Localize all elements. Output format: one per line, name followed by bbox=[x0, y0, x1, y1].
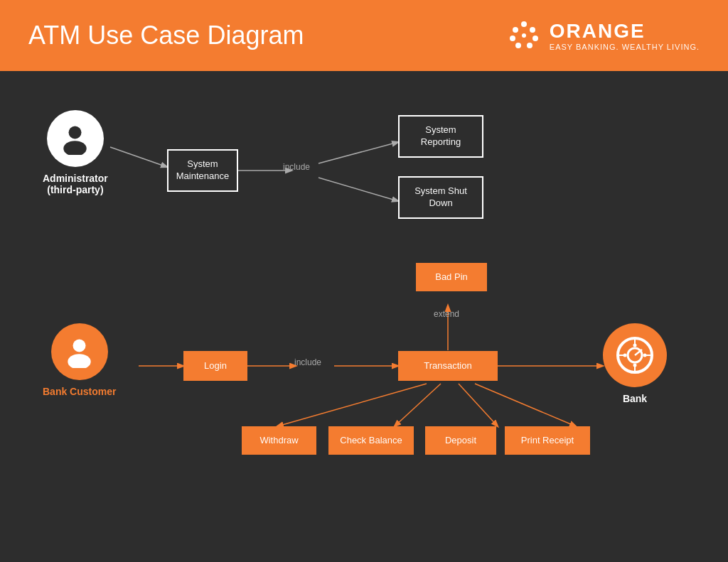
administrator-actor: Administrator (third-party) bbox=[43, 110, 108, 195]
svg-point-35 bbox=[633, 364, 637, 367]
svg-point-3 bbox=[513, 27, 518, 33]
logo-icon bbox=[507, 18, 541, 53]
system-reporting-box: System Reporting bbox=[398, 115, 483, 158]
administrator-icon bbox=[59, 123, 91, 155]
bank-label: Bank bbox=[623, 393, 647, 404]
svg-point-7 bbox=[522, 33, 526, 38]
svg-point-33 bbox=[643, 354, 647, 357]
svg-point-5 bbox=[515, 43, 521, 48]
extend-label: extend bbox=[434, 309, 459, 319]
logo-tagline: EASY BANKING. WEALTHY LIVING. bbox=[550, 43, 700, 51]
svg-point-2 bbox=[532, 36, 538, 41]
administrator-circle bbox=[47, 110, 104, 167]
svg-point-24 bbox=[68, 354, 91, 368]
login-box: Login bbox=[183, 351, 247, 381]
administrator-label: Administrator (third-party) bbox=[43, 173, 108, 195]
logo-area: ORANGE EASY BANKING. WEALTHY LIVING. bbox=[507, 18, 700, 53]
svg-line-8 bbox=[110, 147, 167, 167]
svg-point-32 bbox=[623, 354, 627, 357]
svg-point-4 bbox=[510, 36, 515, 41]
check-balance-box: Check Balance bbox=[328, 426, 414, 455]
system-shut-down-box: System Shut Down bbox=[398, 176, 483, 219]
deposit-box: Deposit bbox=[425, 426, 496, 455]
withdraw-box: Withdraw bbox=[242, 426, 316, 455]
svg-line-17 bbox=[277, 384, 427, 426]
include-label-2: include bbox=[294, 357, 321, 367]
bank-icon bbox=[615, 335, 655, 375]
svg-point-21 bbox=[69, 126, 82, 139]
svg-point-22 bbox=[64, 141, 87, 155]
svg-line-10 bbox=[318, 142, 398, 163]
transaction-box: Transaction bbox=[398, 351, 498, 381]
svg-point-34 bbox=[633, 344, 637, 347]
svg-point-23 bbox=[73, 339, 86, 352]
bank-customer-icon bbox=[63, 336, 95, 368]
print-receipt-box: Print Receipt bbox=[505, 426, 590, 455]
bank-actor: Bank bbox=[603, 323, 667, 404]
bad-pin-box: Bad Pin bbox=[416, 263, 487, 291]
header: ATM Use Case Diagram ORANGE EASY BANKING… bbox=[0, 0, 728, 71]
bank-circle bbox=[603, 323, 667, 387]
svg-point-1 bbox=[530, 27, 535, 33]
diagram-area: Administrator (third-party) System Maint… bbox=[0, 71, 728, 562]
svg-point-0 bbox=[521, 21, 527, 27]
bank-customer-label: Bank Customer bbox=[43, 386, 116, 397]
logo-text: ORANGE EASY BANKING. WEALTHY LIVING. bbox=[550, 20, 700, 51]
svg-line-19 bbox=[459, 384, 498, 426]
svg-line-11 bbox=[318, 178, 398, 201]
include-label-1: include bbox=[283, 162, 310, 172]
logo-name: ORANGE bbox=[550, 20, 700, 43]
arrows-overlay bbox=[0, 71, 728, 562]
page-title: ATM Use Case Diagram bbox=[28, 21, 304, 50]
svg-point-6 bbox=[527, 43, 532, 48]
svg-line-20 bbox=[475, 384, 576, 426]
bank-customer-actor: Bank Customer bbox=[43, 323, 116, 397]
system-maintenance-box: System Maintenance bbox=[167, 149, 238, 192]
svg-line-18 bbox=[395, 384, 441, 426]
bank-customer-circle bbox=[51, 323, 108, 380]
